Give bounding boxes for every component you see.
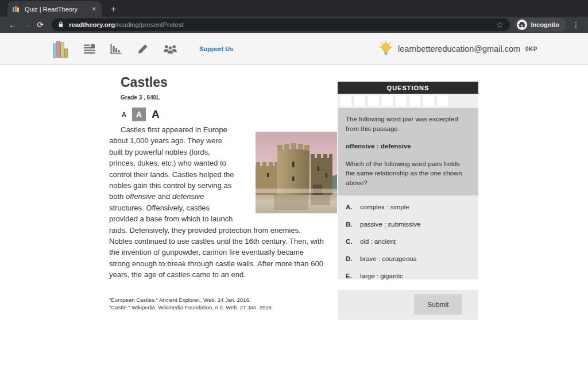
site-header: Support Us learnbettereducation@gmail.co… xyxy=(0,33,588,65)
address-bar[interactable]: readtheory.org/reading/presentPretest ☆ xyxy=(52,18,510,31)
browser-chrome: Quiz | ReadTheory ✕ + ← → ⟳ readtheory.o… xyxy=(0,0,588,33)
paragraph-italic: defensive xyxy=(172,192,204,201)
tab-close-icon[interactable]: ✕ xyxy=(92,6,96,12)
paragraph-part: structures. Offensively, castles provide… xyxy=(109,204,324,279)
prompt-question: Which of the following word pairs holds … xyxy=(346,159,470,188)
question-progress-box xyxy=(341,95,351,106)
paragraph-italic: offensive xyxy=(126,192,156,201)
submit-button[interactable]: Submit xyxy=(414,294,462,315)
question-progress-box xyxy=(423,95,434,106)
browser-menu-icon[interactable]: ⋮ xyxy=(570,20,582,29)
option-text: complex : simple xyxy=(360,204,409,210)
question-progress-box xyxy=(396,95,407,106)
submit-row: Submit xyxy=(338,290,478,320)
answer-option-a[interactable]: A. complex : simple xyxy=(346,204,470,210)
passage-grade-level: Grade 3 , 640L xyxy=(121,94,326,101)
question-progress-box xyxy=(354,95,365,106)
option-letter: D. xyxy=(346,255,360,262)
incognito-icon xyxy=(517,20,527,30)
option-text: brave : courageous xyxy=(360,255,416,262)
teachers-group-icon[interactable] xyxy=(164,44,177,54)
bookmark-star-icon[interactable]: ☆ xyxy=(496,20,504,29)
question-progress-box xyxy=(368,95,379,106)
tab-title: Quiz | ReadTheory xyxy=(25,6,88,13)
url-path: /reading/presentPretest xyxy=(115,21,184,28)
reload-icon[interactable]: ⟳ xyxy=(33,20,47,29)
paragraph-part: Castles first appeared in Europe about 1… xyxy=(109,125,234,201)
option-text: large : gigantic xyxy=(360,273,403,279)
tab-favicon-icon xyxy=(13,4,21,14)
question-progress-box xyxy=(382,95,393,106)
readtheory-logo[interactable] xyxy=(53,40,68,58)
progress-chart-icon[interactable] xyxy=(110,44,122,54)
passage-section: Castles Grade 3 , 640L A A A xyxy=(109,75,326,312)
option-letter: A. xyxy=(346,204,360,210)
new-tab-button[interactable]: + xyxy=(111,5,116,14)
citations: "European Castles." Ancient Explorer., W… xyxy=(109,296,326,312)
question-progress-box xyxy=(409,95,420,106)
browser-tab[interactable]: Quiz | ReadTheory ✕ xyxy=(7,1,102,17)
back-icon[interactable]: ← xyxy=(6,20,20,29)
url-domain: readtheory.org xyxy=(69,21,115,28)
question-progress xyxy=(338,94,478,108)
answer-option-d[interactable]: D. brave : courageous xyxy=(346,255,470,262)
account-email[interactable]: learnbettereducation@gmail.com xyxy=(398,44,520,53)
font-size-selector: A A A xyxy=(122,108,326,121)
option-letter: C. xyxy=(346,238,360,245)
answer-option-b[interactable]: B. passive : submissive xyxy=(346,221,470,228)
word-pair: offensive : defensive xyxy=(346,141,470,151)
questions-header: QUESTIONS xyxy=(338,82,478,94)
font-size-small-button[interactable]: A xyxy=(122,111,126,118)
forward-icon[interactable]: → xyxy=(20,20,33,29)
passage-text: Castles first appeared in Europe about 1… xyxy=(109,124,326,281)
questions-panel: QUESTIONS The following word pair was ex… xyxy=(338,82,478,320)
option-letter: E. xyxy=(346,273,360,279)
question-prompt: The following word pair was excerpted fr… xyxy=(338,108,478,195)
castle-photo xyxy=(244,132,326,213)
option-text: passive : submissive xyxy=(360,221,420,228)
citation-line: "European Castles." Ancient Explorer., W… xyxy=(109,296,326,304)
browser-toolbar: ← → ⟳ readtheory.org/reading/presentPret… xyxy=(0,17,588,33)
option-text: old : ancient xyxy=(360,238,396,245)
question-progress-box xyxy=(437,95,448,106)
citation-line: "Castle." Wikipedia. Wikimedia Foundatio… xyxy=(109,304,326,312)
knowledge-points-badge: 0KP xyxy=(525,46,537,52)
passage-list-icon[interactable] xyxy=(84,44,95,54)
pencil-icon[interactable] xyxy=(137,44,148,55)
lock-icon xyxy=(58,20,64,30)
lightbulb-icon xyxy=(379,40,393,58)
incognito-label: Incognito xyxy=(531,21,560,28)
font-size-medium-button[interactable]: A xyxy=(132,108,146,121)
passage-title: Castles xyxy=(121,75,326,90)
option-letter: B. xyxy=(346,221,360,228)
answer-option-e[interactable]: E. large : gigantic xyxy=(346,273,470,279)
answer-options: A. complex : simple B. passive : submiss… xyxy=(338,195,478,279)
prompt-intro: The following word pair was excerpted fr… xyxy=(346,114,470,133)
support-us-link[interactable]: Support Us xyxy=(199,45,233,52)
incognito-badge: Incognito xyxy=(514,18,567,32)
paragraph-part: and xyxy=(156,192,172,201)
answer-option-c[interactable]: C. old : ancient xyxy=(346,238,470,245)
font-size-large-button[interactable]: A xyxy=(152,108,160,121)
tab-strip: Quiz | ReadTheory ✕ + xyxy=(0,0,588,17)
